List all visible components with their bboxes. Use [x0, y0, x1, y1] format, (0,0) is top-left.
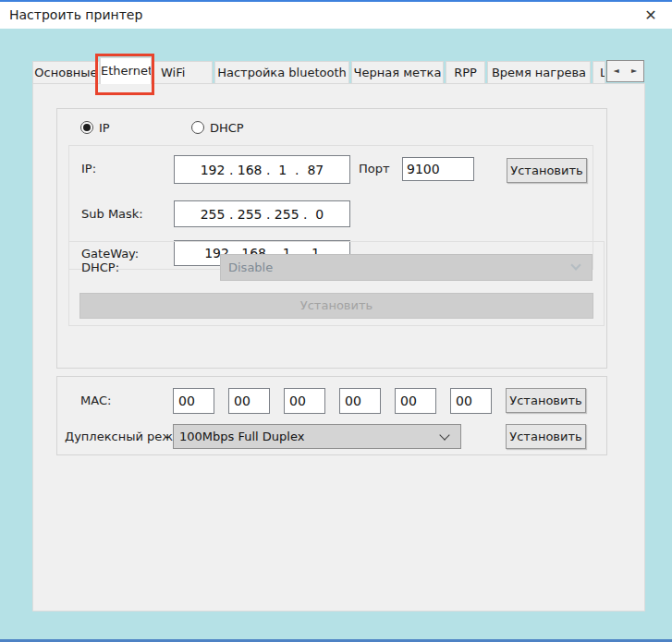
dhcp-select-value: Disable [228, 260, 273, 274]
mac-input-4[interactable] [340, 389, 380, 413]
submask-label: Sub Mask: [81, 207, 143, 221]
duplex-label: Дуплексный режим [65, 430, 173, 443]
set-mac-button[interactable]: Установить [506, 388, 586, 413]
radio-ip-icon[interactable] [80, 121, 93, 134]
tab-heating-time[interactable]: Время нагрева [487, 61, 591, 83]
tab-truncated[interactable]: L [593, 61, 605, 83]
duplex-select-value: 100Mbps Full Duplex [179, 430, 304, 443]
port-label: Порт [359, 162, 390, 176]
tab-rpp[interactable]: RPP [446, 61, 485, 83]
mac-field-1-wrap [173, 388, 214, 414]
mac-group: MAC: Установить Дуплексный режим 1 [56, 376, 607, 455]
port-input[interactable] [403, 158, 473, 180]
submask-input[interactable] [175, 201, 349, 226]
title-bar: Настроить принтер ✕ [0, 2, 672, 29]
ip-address-field-wrap [174, 155, 350, 184]
tab-scroll-left-icon[interactable]: ◄ [606, 60, 626, 82]
mac-input-3[interactable] [285, 389, 324, 413]
mac-field-4-wrap [339, 388, 381, 414]
set-dhcp-button: Установить [79, 293, 593, 319]
mac-field-2-wrap [228, 388, 270, 414]
chevron-down-icon [439, 430, 449, 440]
ethernet-tab-page: IP DHCP IP: Порт Установить Sub Mask: [32, 83, 645, 612]
mac-input-5[interactable] [396, 389, 435, 413]
mac-input-2[interactable] [229, 389, 269, 413]
mac-field-5-wrap [395, 388, 436, 414]
mac-label: MAC: [80, 394, 111, 407]
tab-bluetooth[interactable]: Настройка bluetooth [214, 61, 349, 83]
tab-scroll-right-icon[interactable]: ► [625, 60, 644, 82]
close-icon[interactable]: ✕ [639, 5, 663, 27]
mac-field-3-wrap [284, 388, 325, 414]
radio-dhcp[interactable]: DHCP [191, 119, 244, 136]
set-ip-button[interactable]: Установить [507, 158, 587, 183]
set-duplex-button[interactable]: Установить [506, 424, 586, 449]
tab-wifi[interactable]: WiFi [153, 61, 213, 83]
mac-field-6-wrap [450, 388, 492, 414]
ip-label: IP: [81, 162, 96, 176]
port-field-wrap [402, 157, 474, 181]
duplex-select[interactable]: 100Mbps Full Duplex [173, 424, 461, 449]
configure-printer-dialog: Настроить принтер ✕ Основные Ethernet Wi… [0, 0, 672, 642]
tab-ethernet[interactable]: Ethernet [100, 57, 152, 84]
tab-osnovnye[interactable]: Основные [32, 61, 100, 83]
ip-settings-group: IP DHCP IP: Порт Установить Sub Mask: [56, 108, 607, 369]
dhcp-box: DHCP: Disable Установить [68, 241, 605, 326]
dialog-title: Настроить принтер [9, 7, 142, 22]
radio-ip-label: IP [99, 121, 110, 135]
chevron-down-icon [570, 260, 580, 270]
dhcp-label: DHCP: [81, 260, 119, 274]
radio-ip[interactable]: IP [80, 119, 110, 136]
tab-black-mark[interactable]: Черная метка [351, 61, 444, 83]
submask-field-wrap [174, 200, 350, 227]
ip-address-input[interactable] [175, 156, 349, 183]
radio-dhcp-icon[interactable] [191, 121, 204, 134]
mac-input-6[interactable] [451, 389, 491, 413]
mac-input-1[interactable] [174, 389, 214, 413]
radio-dhcp-label: DHCP [210, 121, 244, 135]
dhcp-select: Disable [220, 254, 593, 281]
